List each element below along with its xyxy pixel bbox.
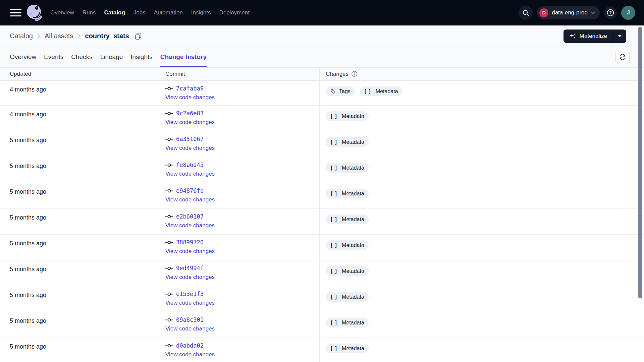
nav-item-deployment[interactable]: Deployment: [219, 9, 250, 16]
asset-tabs: OverviewEventsChecksLineageInsightsChang…: [10, 47, 207, 67]
chevron-right-icon: [37, 34, 40, 39]
copy-button[interactable]: [134, 32, 142, 40]
view-code-changes-link[interactable]: View code changes: [165, 325, 215, 332]
commit-hash-link[interactable]: d0abda02: [176, 342, 204, 349]
view-code-changes-link[interactable]: View code changes: [165, 300, 215, 306]
sparkle-icon: [569, 33, 576, 40]
commit-hash-link[interactable]: 6a351067: [176, 136, 204, 142]
commit-cell: e94876fb View code changes: [160, 183, 319, 208]
view-code-changes-link[interactable]: View code changes: [165, 248, 215, 255]
view-code-changes-link[interactable]: View code changes: [165, 274, 215, 281]
table-row: 5 months ago 6a351067 View code changes …: [0, 131, 644, 157]
materialize-label: Materialize: [580, 33, 607, 40]
refresh-button[interactable]: [615, 50, 630, 64]
change-badge-label: Metadata: [342, 191, 364, 197]
nav-item-overview[interactable]: Overview: [50, 9, 74, 16]
git-commit-icon: [165, 317, 173, 322]
changes-cell: [] Metadata: [319, 235, 644, 260]
updated-cell: 5 months ago: [0, 338, 160, 362]
tab-insights[interactable]: Insights: [130, 47, 152, 67]
view-code-changes-link[interactable]: View code changes: [165, 145, 215, 152]
nav-item-insights[interactable]: Insights: [191, 9, 211, 16]
column-header-changes: Changes: [319, 68, 644, 80]
commit-cell: e2b60107 View code changes: [160, 209, 319, 234]
view-code-changes-link[interactable]: View code changes: [165, 171, 215, 177]
deployment-name: data-eng-prod: [552, 9, 588, 16]
commit-cell: e153e1f3 View code changes: [160, 286, 319, 312]
view-code-changes-link[interactable]: View code changes: [165, 351, 215, 358]
asset-name: country_stats: [85, 32, 129, 40]
commit-cell: 7cafaba9 View code changes: [160, 81, 319, 105]
git-commit-icon: [165, 86, 173, 91]
commit-hash-link[interactable]: 38899720: [176, 239, 204, 246]
deployment-initial-badge: D: [539, 8, 548, 17]
chevron-down-icon: [591, 11, 595, 14]
commit-hash-link[interactable]: 09a8c301: [176, 316, 204, 323]
changes-cell: Tags [] Metadata: [319, 81, 644, 105]
commit-hash-link[interactable]: 7cafaba9: [176, 85, 204, 92]
view-code-changes-link[interactable]: View code changes: [165, 222, 215, 229]
changes-cell: [] Metadata: [319, 260, 644, 286]
git-commit-icon: [165, 292, 173, 297]
brackets-icon: []: [330, 346, 339, 352]
tab-checks[interactable]: Checks: [71, 47, 92, 67]
commit-hash-link[interactable]: fe8a6d45: [176, 162, 204, 168]
app-root: OverviewRunsCatalogJobsAutomationInsight…: [0, 0, 644, 362]
column-header-changes-label: Changes: [326, 71, 348, 77]
nav-item-catalog[interactable]: Catalog: [104, 9, 125, 16]
commit-hash-link[interactable]: 9c2a6e83: [176, 110, 204, 117]
materialize-split-button: Materialize: [564, 29, 626, 43]
change-badge-label: Tags: [339, 88, 351, 95]
vertical-scrollbar-thumb[interactable]: [638, 27, 642, 298]
search-icon: [522, 9, 530, 17]
nav-item-automation[interactable]: Automation: [154, 9, 183, 16]
commit-hash-link[interactable]: 9ed4994f: [176, 265, 204, 272]
breadcrumb-link-catalog[interactable]: Catalog: [10, 32, 33, 40]
git-commit-icon: [165, 111, 173, 116]
tab-change-history[interactable]: Change history: [160, 47, 207, 67]
table-row: 5 months ago e94876fb View code changes …: [0, 183, 644, 208]
commit-hash-link[interactable]: e153e1f3: [176, 291, 204, 297]
breadcrumb: Catalog All assets country_stats: [10, 32, 142, 40]
view-code-changes-link[interactable]: View code changes: [165, 196, 215, 203]
change-badge-metadata: [] Metadata: [326, 344, 369, 353]
commit-hash-link[interactable]: e94876fb: [176, 187, 204, 194]
search-button[interactable]: [519, 6, 533, 20]
change-badge-label: Metadata: [342, 320, 364, 326]
breadcrumb-link-all-assets[interactable]: All assets: [45, 32, 73, 40]
git-commit-icon: [165, 137, 173, 142]
table-row: 5 months ago fe8a6d45 View code changes …: [0, 157, 644, 183]
tab-lineage[interactable]: Lineage: [100, 47, 123, 67]
commit-cell: 38899720 View code changes: [160, 235, 319, 260]
help-button[interactable]: ?: [604, 6, 617, 19]
view-code-changes-link[interactable]: View code changes: [165, 94, 215, 101]
commit-hash-link[interactable]: e2b60107: [176, 213, 204, 220]
change-badge-tags: Tags: [326, 86, 355, 96]
change-badge-label: Metadata: [342, 113, 364, 119]
nav-item-runs[interactable]: Runs: [83, 9, 96, 16]
view-code-changes-link[interactable]: View code changes: [165, 119, 215, 126]
commit-cell: 09a8c301 View code changes: [160, 312, 319, 338]
primary-nav: OverviewRunsCatalogJobsAutomationInsight…: [50, 9, 250, 16]
tab-overview[interactable]: Overview: [10, 47, 36, 67]
table-row: 5 months ago 9ed4994f View code changes …: [0, 260, 644, 286]
materialize-dropdown-button[interactable]: [613, 29, 626, 43]
asset-header-bar: Catalog All assets country_stats: [0, 25, 644, 47]
top-nav-bar: OverviewRunsCatalogJobsAutomationInsight…: [0, 0, 644, 25]
user-avatar[interactable]: J: [621, 6, 635, 20]
git-commit-icon: [165, 188, 173, 193]
info-icon[interactable]: [351, 71, 358, 77]
tab-events[interactable]: Events: [44, 47, 63, 67]
nav-item-jobs[interactable]: Jobs: [133, 9, 146, 16]
refresh-icon: [619, 53, 626, 61]
deployment-switcher[interactable]: D data-eng-prod: [537, 6, 600, 19]
change-badge-metadata: [] Metadata: [326, 163, 369, 173]
column-header-commit: Commit: [160, 68, 319, 80]
materialize-button[interactable]: Materialize: [564, 29, 613, 43]
changes-cell: [] Metadata: [319, 312, 644, 338]
updated-cell: 5 months ago: [0, 209, 160, 234]
table-row: 5 months ago e2b60107 View code changes …: [0, 208, 644, 234]
dagster-logo[interactable]: [25, 3, 43, 22]
hamburger-menu-icon[interactable]: [10, 9, 21, 16]
updated-cell: 5 months ago: [0, 235, 160, 260]
